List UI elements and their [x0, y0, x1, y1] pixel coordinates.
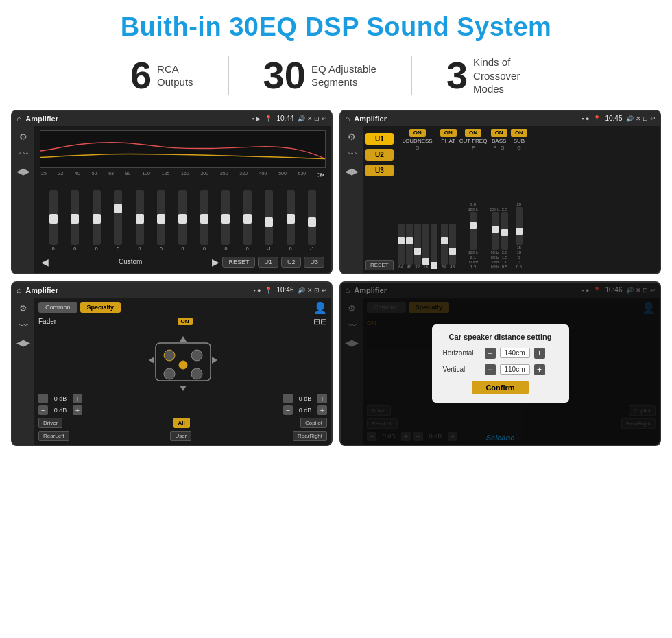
location-icon: 📍 — [265, 115, 272, 122]
fader-tab-specialty[interactable]: Specialty — [80, 302, 121, 313]
horizontal-plus[interactable]: + — [534, 348, 545, 359]
eq-sidebar-icon2[interactable]: 〰 — [19, 149, 28, 159]
vol-minus-1[interactable]: − — [38, 394, 48, 403]
loudness-slider5: 0 — [431, 224, 437, 269]
screen-fader-body: ⚙ 〰 ◀▶ Common Specialty 👤 Fader ON ⊟⊟ — [12, 298, 331, 445]
vol-val-4: 0 dB — [295, 407, 315, 414]
seat-rearright-btn[interactable]: RearRight — [293, 431, 327, 441]
vol-minus-4[interactable]: − — [283, 405, 293, 415]
eq-u3-btn[interactable]: U3 — [304, 257, 324, 268]
seat-driver-btn[interactable]: Driver — [38, 418, 62, 428]
fader-sidebar: ⚙ 〰 ◀▶ — [12, 298, 34, 445]
crossover-home-icon[interactable]: ⌂ — [345, 114, 350, 123]
vol-minus-2[interactable]: − — [38, 405, 48, 415]
fader-sidebar-icon2[interactable]: 〰 — [19, 320, 28, 331]
loudness-slider3: 32 — [414, 224, 421, 269]
sub-on[interactable]: ON — [511, 129, 527, 137]
seat-rearleft-btn[interactable]: RearLeft — [38, 431, 69, 441]
seat-copilot-btn[interactable]: Copilot — [300, 418, 327, 428]
fader-on-badge[interactable]: ON — [178, 318, 193, 325]
vol-plus-3[interactable]: + — [317, 394, 327, 403]
eq-slider-1: 0 — [49, 190, 58, 251]
cutfreq-label: CUT FREQ — [459, 138, 488, 144]
cutfreq-on[interactable]: ON — [465, 129, 481, 137]
fader-header-row: Fader ON ⊟⊟ — [38, 317, 327, 327]
screen-eq-controls: 🔊 ✕ ⊡ ↩ — [298, 115, 327, 122]
phat-on[interactable]: ON — [440, 129, 457, 137]
fader-toggle[interactable]: ⊟⊟ — [313, 317, 327, 327]
screen-fader: ⌂ Amplifier ▪ ● 📍 10:46 🔊 ✕ ⊡ ↩ ⚙ 〰 ◀▶ C… — [11, 281, 333, 446]
screen-eq-body: ⚙ 〰 ◀▶ 25 32 40 50 63 — [12, 126, 331, 273]
vol-row-3: − 0 dB + — [283, 394, 327, 403]
svg-point-2 — [191, 350, 202, 361]
fader-sidebar-icon1[interactable]: ⚙ — [19, 303, 27, 314]
vol-plus-4[interactable]: + — [317, 405, 327, 415]
eq-prev-btn[interactable]: ◀ — [41, 257, 49, 268]
seat-user-btn[interactable]: User — [170, 431, 191, 441]
screen-distance: ⌂ Amplifier ▪ ● 📍 10:46 🔊 ✕ ⊡ ↩ ⚙ 〰 ◀▶ C… — [339, 281, 661, 446]
svg-marker-7 — [180, 386, 187, 391]
loudness-label: LOUDNESS — [403, 138, 433, 144]
screen-eq-title: Amplifier — [25, 115, 248, 123]
screen-crossover-title: Amplifier — [354, 115, 577, 123]
eq-next-btn[interactable]: ▶ — [212, 257, 219, 268]
crossover-sidebar: ⚙ 〰 ◀▶ — [341, 126, 363, 273]
home-icon[interactable]: ⌂ — [16, 114, 21, 123]
confirm-button[interactable]: Confirm — [472, 381, 528, 394]
screen-fader-time: 10:46 — [276, 286, 293, 294]
sub-label: SUB — [514, 138, 525, 144]
u2-button[interactable]: U2 — [365, 149, 394, 161]
fader-tabs: Common Specialty — [38, 302, 121, 313]
page-title: Buith-in 30EQ DSP Sound System — [0, 0, 672, 49]
vol-row-4: − 0 dB + — [283, 405, 327, 415]
svg-point-4 — [191, 368, 202, 379]
vertical-plus[interactable]: + — [534, 364, 545, 375]
u3-button[interactable]: U3 — [365, 165, 394, 176]
vol-plus-2[interactable]: + — [73, 405, 82, 415]
crossover-sidebar-icon3[interactable]: ◀▶ — [345, 166, 359, 176]
stat-rca-label: RCAOutputs — [157, 62, 193, 89]
stat-eq: 30 EQ AdjustableSegments — [229, 56, 412, 95]
stat-crossover: 3 Kinds ofCrossover Modes — [412, 56, 576, 96]
bass-on[interactable]: ON — [491, 129, 507, 137]
crossover-sidebar-icon1[interactable]: ⚙ — [348, 132, 356, 142]
crossover-sidebar-icon2[interactable]: 〰 — [348, 149, 357, 159]
eq-u2-btn[interactable]: U2 — [281, 257, 302, 268]
seat-all-btn[interactable]: All — [173, 418, 190, 428]
stats-row: 6 RCAOutputs 30 EQ AdjustableSegments 3 … — [0, 49, 672, 106]
eq-slider-8: 0 — [200, 190, 208, 251]
crossover-reset-btn[interactable]: RESET — [365, 260, 394, 270]
eq-sidebar-icon1[interactable]: ⚙ — [19, 132, 27, 142]
vol-val-3: 0 dB — [295, 395, 315, 402]
fader-tab-common[interactable]: Common — [38, 302, 77, 313]
svg-point-3 — [164, 368, 175, 379]
screen-crossover-header: ⌂ Amplifier ▪ ● 📍 10:45 🔊 ✕ ⊡ ↩ — [341, 111, 660, 126]
dialog-title: Car speaker distance setting — [443, 333, 558, 341]
fader-home-icon[interactable]: ⌂ — [16, 285, 21, 295]
crossover-location-icon: 📍 — [593, 115, 601, 122]
vertical-minus[interactable]: − — [485, 364, 496, 375]
horizontal-minus[interactable]: − — [485, 348, 496, 359]
expand-arrows[interactable]: ≫ — [317, 171, 324, 178]
eq-u1-btn[interactable]: U1 — [258, 257, 278, 268]
vol-minus-3[interactable]: − — [283, 394, 293, 403]
vertical-row: Vertical − 110cm + — [443, 364, 558, 375]
vol-val-1: 0 dB — [50, 395, 71, 402]
eq-reset-btn[interactable]: RESET — [222, 257, 255, 268]
svg-point-5 — [179, 361, 187, 369]
stat-crossover-label: Kinds ofCrossover Modes — [473, 56, 542, 96]
eq-slider-7: 0 — [178, 190, 187, 251]
eq-graph — [40, 130, 326, 168]
eq-slider-5: 0 — [136, 190, 144, 251]
vertical-value: 110cm — [500, 364, 530, 375]
vol-plus-1[interactable]: + — [73, 394, 82, 403]
header-icons-eq: ▪ ▶ — [252, 115, 261, 122]
u1-button[interactable]: U1 — [365, 133, 394, 145]
fader-profile-icon: 👤 — [313, 301, 327, 314]
loudness-on[interactable]: ON — [409, 129, 426, 137]
eq-sidebar-icon3[interactable]: ◀▶ — [16, 166, 30, 176]
screen-eq-header: ⌂ Amplifier ▪ ▶ 📍 10:44 🔊 ✕ ⊡ ↩ — [12, 111, 331, 126]
fader-sidebar-icon3[interactable]: ◀▶ — [16, 338, 30, 348]
loudness-slider4: 16 — [422, 224, 429, 269]
svg-marker-9 — [212, 357, 217, 364]
